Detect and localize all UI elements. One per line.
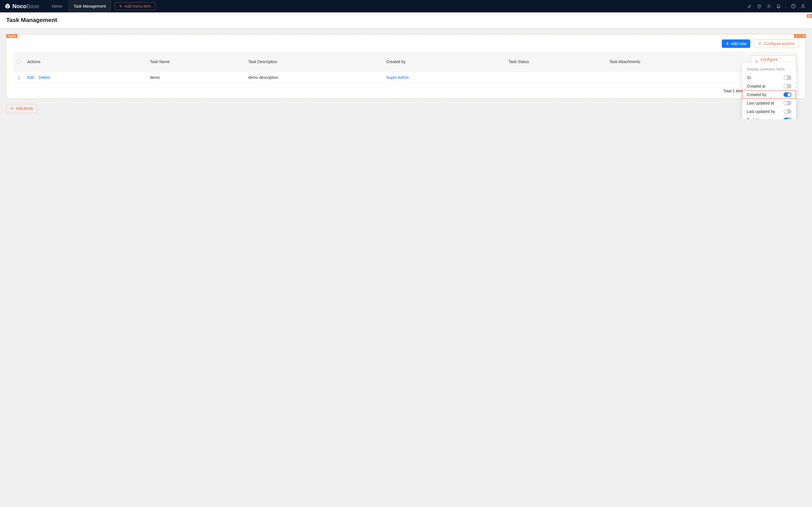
pagination: Total 1 items ‹ 1 › 20 / page (6, 83, 806, 95)
block-action-bar: Add new Configure actions (6, 34, 806, 52)
toggle-field[interactable] (783, 109, 792, 114)
row-description: demo description (245, 72, 384, 83)
add-new-button[interactable]: Add new (722, 40, 750, 48)
toggle-field[interactable] (783, 101, 792, 105)
toggle-field[interactable] (783, 75, 792, 80)
dropdown-item[interactable]: Last updated by (742, 107, 796, 116)
logo[interactable]: NocoBase (2, 3, 40, 10)
svg-point-0 (768, 6, 769, 7)
col-actions: Actions (24, 52, 147, 72)
col-task-status: Task Status (506, 52, 606, 72)
tasks-block: Tasks Add new Configure actions Action (6, 34, 806, 99)
created-by-link[interactable]: Super Admin (386, 75, 409, 80)
configure-columns-dropdown: Display collection fields IDCreated atCr… (742, 63, 796, 119)
dropdown-item-label: Created at (747, 84, 765, 89)
logo-icon (4, 3, 11, 9)
dropdown-item-label: Created by (747, 93, 766, 97)
page-menu-badge[interactable] (807, 14, 812, 18)
gear-icon[interactable] (767, 4, 771, 8)
svg-point-3 (759, 43, 760, 44)
col-task-name: Task Name (147, 52, 245, 72)
plus-icon (10, 107, 14, 110)
row-status (506, 72, 606, 83)
block-menu-icon[interactable] (802, 34, 806, 38)
bell-icon[interactable] (776, 4, 781, 8)
total-items-label: Total 1 items (723, 89, 746, 93)
configure-actions-button[interactable]: Configure actions (754, 40, 799, 48)
delete-link[interactable]: Delete (39, 75, 50, 80)
block-label: Tasks (6, 34, 17, 38)
table-wrap: Actions Task Name Task Description Creat… (6, 52, 806, 83)
col-configure: Configure columns Display collection fie… (748, 52, 799, 72)
header-icons (748, 4, 810, 8)
nav-tab-task-management[interactable]: Task Management (68, 0, 111, 12)
nav-tab-demo[interactable]: Demo (46, 0, 68, 12)
col-task-description: Task Description (245, 52, 384, 72)
svg-point-2 (802, 4, 804, 6)
col-created-by: Created by (384, 52, 506, 72)
block-add-right-icon[interactable] (798, 34, 802, 38)
table-row: 1 Edit Delete demo demo description Supe… (13, 72, 799, 83)
plugin-icon[interactable] (757, 4, 762, 8)
toggle-field[interactable] (783, 84, 792, 89)
dropdown-header: Display collection fields (742, 65, 796, 73)
toggle-field[interactable] (783, 118, 792, 119)
add-new-label: Add new (731, 41, 746, 46)
row-actions: Edit Delete (24, 72, 147, 83)
toggle-field[interactable] (783, 93, 792, 97)
menu-icon (808, 15, 811, 17)
page-title: Task Management (6, 17, 806, 23)
select-all-checkbox[interactable] (17, 59, 21, 63)
dropdown-item-label: Last updated by (747, 109, 775, 114)
header-divider (786, 4, 786, 8)
app-header: NocoBase Demo Task Management Add menu i… (0, 0, 812, 12)
row-index: 1 (13, 72, 24, 83)
edit-link[interactable]: Edit (28, 75, 34, 80)
checkbox-header (13, 52, 24, 72)
row-created-by: Super Admin (384, 72, 506, 83)
tasks-table: Actions Task Name Task Description Creat… (13, 52, 799, 83)
col-task-attachments: Task Attachments (606, 52, 748, 72)
page-title-bar: Task Management (0, 12, 812, 28)
help-icon[interactable] (791, 4, 796, 8)
add-menu-item-label: Add menu item (124, 4, 151, 8)
dropdown-item[interactable]: Created by (742, 91, 796, 99)
dropdown-item-label: Task Name (747, 118, 767, 119)
add-block-button[interactable]: Add block (6, 104, 37, 113)
block-add-left-icon[interactable] (794, 34, 798, 38)
highlight-icon[interactable] (748, 4, 752, 8)
row-name: demo (147, 72, 245, 83)
add-block-label: Add block (16, 106, 33, 111)
content-area: Tasks Add new Configure actions Action (0, 28, 812, 119)
gear-icon (758, 42, 762, 46)
user-icon[interactable] (801, 4, 805, 8)
svg-point-4 (756, 61, 757, 62)
dropdown-item-label: ID (747, 75, 751, 80)
row-attachments (606, 72, 748, 83)
nav-tabs: Demo Task Management (46, 0, 112, 12)
block-controls (794, 34, 806, 38)
dropdown-item[interactable]: ID (742, 73, 796, 82)
logo-text: NocoBase (12, 3, 40, 10)
dropdown-item[interactable]: Last updated at (742, 99, 796, 107)
dropdown-item-label: Last updated at (747, 101, 774, 105)
dropdown-item[interactable]: Created at (742, 82, 796, 91)
dropdown-item[interactable]: Task Name (742, 116, 796, 119)
plus-icon (119, 4, 122, 8)
add-menu-item-button[interactable]: Add menu item (115, 2, 155, 10)
plus-icon (726, 42, 729, 45)
configure-actions-label: Configure actions (764, 41, 795, 46)
